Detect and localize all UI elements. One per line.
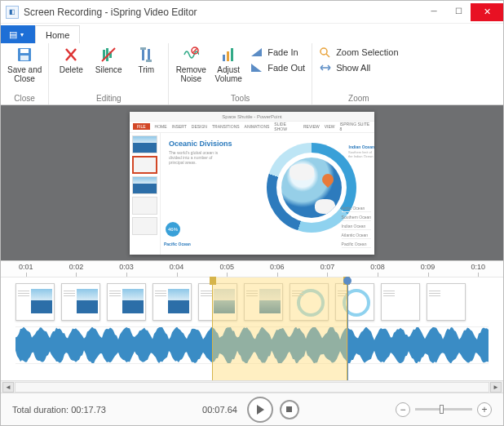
svg-rect-2	[20, 55, 29, 60]
svg-point-18	[321, 48, 327, 55]
total-duration: Total duration: 00:17.73	[12, 405, 106, 415]
show-all-button[interactable]: Show All	[319, 61, 398, 74]
maximize-button[interactable]: ☐	[446, 3, 471, 20]
svg-line-19	[326, 54, 329, 57]
ppt-thumbnails	[130, 133, 161, 255]
svg-rect-9	[142, 49, 144, 60]
video-frame	[61, 283, 100, 321]
noise-icon	[182, 46, 200, 64]
play-button[interactable]	[247, 397, 273, 423]
ribbon-tabs: ▤▾ Home	[1, 24, 503, 43]
zoom-selection-icon	[319, 46, 332, 59]
selection-handle-left[interactable]	[210, 277, 216, 285]
volume-icon	[219, 46, 237, 64]
horizontal-scrollbar[interactable]: ◄ ►	[1, 380, 503, 393]
fade-out-icon	[250, 61, 263, 74]
zoom-slider-thumb[interactable]	[440, 405, 444, 414]
minimize-button[interactable]: ─	[422, 3, 446, 20]
svg-rect-17	[231, 48, 233, 61]
preview-content: Space Shuttle - PowerPoint FILE HOME INS…	[130, 112, 374, 255]
titlebar: ◧ Screen Recording - iSpring Video Edito…	[1, 1, 503, 24]
show-all-icon	[319, 61, 332, 74]
svg-rect-1	[20, 49, 29, 53]
svg-rect-10	[148, 49, 150, 60]
svg-rect-15	[223, 55, 225, 61]
delete-button[interactable]: Delete	[55, 46, 86, 74]
ppt-thumb	[132, 135, 157, 153]
playhead[interactable]	[347, 277, 348, 380]
scroll-right-button[interactable]: ►	[490, 382, 502, 393]
svg-rect-12	[146, 60, 152, 62]
timeline-ruler[interactable]: 0:010:020:030:040:050:060:070:080:090:10	[1, 261, 503, 277]
trim-icon	[137, 46, 155, 64]
scroll-left-button[interactable]: ◄	[2, 382, 14, 393]
current-time: 00:07.64	[202, 405, 237, 415]
timeline-selection[interactable]	[212, 277, 347, 380]
svg-rect-11	[140, 47, 146, 50]
ribbon-group-tools: Remove Noise Adjust Volume Fade In Fade …	[169, 43, 312, 104]
silence-icon	[99, 46, 117, 64]
remove-noise-button[interactable]: Remove Noise	[175, 46, 206, 83]
stop-button[interactable]	[280, 400, 299, 419]
pacific-badge: 46%	[166, 222, 180, 237]
delete-icon	[62, 46, 80, 64]
adjust-volume-button[interactable]: Adjust Volume	[213, 46, 244, 83]
video-frame	[427, 283, 466, 321]
save-and-close-button[interactable]: Save and Close	[7, 46, 42, 83]
scroll-track[interactable]	[15, 382, 489, 393]
ppt-thumb-selected	[132, 156, 157, 174]
ppt-thumb	[132, 217, 157, 235]
save-icon	[15, 46, 33, 64]
fade-in-icon	[250, 46, 263, 59]
zoom-slider[interactable]	[415, 408, 472, 410]
ppt-thumb	[132, 176, 157, 194]
ribbon-group-close: Save and Close Close	[1, 43, 49, 104]
track-area	[1, 277, 503, 380]
video-frame	[153, 283, 192, 321]
tab-home[interactable]: Home	[35, 25, 80, 43]
zoom-out-button[interactable]: −	[396, 402, 410, 417]
ppt-window-title: Space Shuttle - PowerPoint	[130, 112, 374, 122]
fade-out-button[interactable]: Fade Out	[250, 61, 305, 74]
fade-in-button[interactable]: Fade In	[250, 46, 305, 59]
ppt-ribbon: FILE HOME INSERT DESIGN TRANSITIONS ANIM…	[130, 122, 374, 133]
close-button[interactable]: ✕	[471, 3, 503, 21]
file-menu-button[interactable]: ▤▾	[1, 25, 35, 43]
ppt-thumb	[132, 197, 157, 215]
video-frame	[15, 283, 55, 321]
zoom-control: − +	[396, 402, 492, 417]
zoom-in-button[interactable]: +	[477, 402, 492, 417]
ppt-slide: Oceanic Divisions The world's global oce…	[161, 133, 374, 255]
silence-button[interactable]: Silence	[93, 46, 124, 74]
play-icon	[257, 405, 264, 415]
trim-button[interactable]: Trim	[130, 46, 161, 74]
slide-subtitle: The world's global ocean is divided into…	[169, 150, 226, 165]
ribbon-group-editing: Delete Silence Trim Editing	[49, 43, 169, 104]
window-title: Screen Recording - iSpring Video Editor	[24, 7, 197, 18]
zoom-selection-button[interactable]: Zoom Selection	[319, 46, 398, 59]
status-bar: Total duration: 00:17.73 00:07.64 − +	[1, 393, 503, 425]
ribbon: Save and Close Close Delete Silence Trim…	[1, 43, 503, 105]
app-icon: ◧	[6, 6, 19, 19]
preview-area: Space Shuttle - PowerPoint FILE HOME INS…	[1, 105, 503, 260]
ribbon-group-zoom: Zoom Selection Show All Zoom	[312, 43, 405, 104]
pacific-label: Pacific Ocean	[164, 242, 191, 246]
timeline: 0:010:020:030:040:050:060:070:080:090:10…	[1, 260, 503, 393]
video-frame	[381, 283, 420, 321]
video-frame	[107, 283, 146, 321]
slide-legend: Arctic Ocean Southern Ocean Indian Ocean…	[342, 205, 371, 248]
svg-rect-16	[227, 51, 229, 61]
stop-icon	[286, 406, 292, 412]
